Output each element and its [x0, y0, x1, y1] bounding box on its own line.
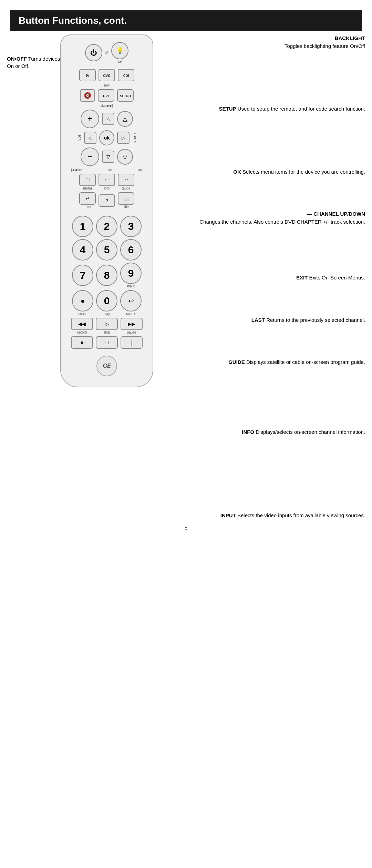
channel-desc: Changes the channels. Also controls DVD …: [157, 218, 365, 226]
dvr-button[interactable]: dvr: [98, 89, 114, 102]
title-button[interactable]: 📖: [118, 192, 134, 205]
channel-down-button[interactable]: ▽: [117, 149, 133, 165]
backlight-button[interactable]: 💡: [111, 42, 128, 59]
remote-row-menu: 📋 menu ↩ info ↩ guide: [67, 174, 146, 190]
title-btn-wrap: 📖 title: [118, 192, 134, 209]
left-annotations: ON•OFF Turns devices On or Off.: [7, 34, 60, 70]
ff-wrap: ▶▶ pause: [121, 318, 143, 334]
enter-btn-wrap: ↵ enter: [79, 192, 96, 209]
play-wrap: ▷ stop: [96, 318, 118, 334]
last-desc: Returns to the previously selected chann…: [265, 317, 365, 323]
menu-btn-wrap: 📋 menu: [79, 174, 96, 190]
guide-desc: Displays satellite or cable on-screen pr…: [245, 359, 365, 365]
ann-input: INPUT Selects the video inputs from avai…: [157, 512, 365, 520]
ok-button[interactable]: ok: [99, 130, 114, 145]
bottom-nav-labels: |◀◀skip exit last: [71, 168, 143, 172]
input-label-ann: INPUT: [220, 512, 236, 518]
guide-btn-wrap: ↩ guide: [118, 174, 134, 190]
ann-backlight: BACKLIGHT Toggles backlighting feature O…: [157, 34, 365, 50]
remote-row-enter: ↵ enter ? 📖 title: [67, 192, 146, 209]
remote-row-transport1: ◀◀ record ▷ stop ▶▶ pause: [67, 318, 146, 334]
aux-label: aux: [67, 83, 146, 87]
exit-button[interactable]: ↩: [99, 174, 115, 186]
ann-ok: OK Selects menu items for the device you…: [157, 168, 365, 176]
ann-guide: GUIDE Displays satellite or cable on-scr…: [157, 358, 365, 366]
indicator-light: [105, 51, 108, 54]
ff-button[interactable]: ▶▶: [121, 318, 143, 330]
exit-desc: Exits On-Screen Menus.: [308, 275, 365, 280]
num-4-button[interactable]: 4: [72, 239, 93, 261]
power-button[interactable]: ⏻: [85, 44, 102, 61]
input-desc: Selects the video inputs from available …: [236, 512, 365, 518]
volume-up-button[interactable]: +: [81, 110, 99, 128]
exit-btn-wrap: ↩ info: [99, 174, 115, 190]
remote-row-source: tv dvd cbl: [67, 69, 146, 81]
on-off-annotation: ON•OFF Turns devices On or Off.: [7, 55, 60, 70]
input-sublabel: input: [127, 284, 135, 288]
scan-plus-wrap: ↩ scan+: [120, 290, 142, 316]
mute-button[interactable]: 🔇: [80, 89, 95, 102]
num-3-button[interactable]: 3: [120, 216, 142, 237]
nav-left-button[interactable]: ◁: [84, 132, 96, 144]
num-0-wrap: 0 play: [96, 290, 117, 316]
num-8-button[interactable]: 8: [96, 265, 117, 286]
last-label-ann: LAST: [251, 317, 265, 323]
exit-label-text: exit: [107, 168, 112, 172]
sat-label: sat: [117, 60, 122, 63]
bulb-icon: 💡: [116, 47, 124, 54]
remote-row-123: 1 2 3: [67, 216, 146, 237]
backlight-button-wrapper: 💡 sat: [111, 42, 128, 63]
ge-logo-button[interactable]: GE: [96, 356, 117, 376]
remote-row-vol-top: + △ △: [67, 110, 146, 128]
question-button[interactable]: ?: [99, 194, 115, 207]
remote-row-transport2: ● □ ‖: [67, 336, 146, 349]
setup-button[interactable]: setup: [117, 89, 134, 102]
dvd-button[interactable]: dvd: [99, 69, 115, 81]
remote-row-789: 7 8 9 input: [67, 263, 146, 288]
nav-right-button[interactable]: ▷: [117, 132, 130, 144]
setup-desc: Used to setup the remote, and for code s…: [236, 106, 365, 112]
volume-down-button[interactable]: −: [81, 147, 99, 166]
num-6-button[interactable]: 6: [120, 239, 142, 261]
channel-up-button[interactable]: △: [117, 111, 133, 127]
ann-setup: SETUP Used to setup the remote, and for …: [157, 105, 365, 113]
num-2-button[interactable]: 2: [96, 216, 117, 237]
nav-up-button[interactable]: △: [102, 113, 114, 125]
num-5-button[interactable]: 5: [96, 239, 117, 261]
ok-desc: Selects menu items for the device you ar…: [241, 169, 365, 175]
remote-body: ⏻ 💡 sat tv dvd cbl aux: [60, 34, 153, 387]
cbl-button[interactable]: cbl: [118, 69, 134, 81]
rewind-wrap: ◀◀ record: [71, 318, 93, 334]
record-button[interactable]: ●: [71, 336, 93, 349]
scan-minus-wrap: ● scan-: [72, 290, 93, 316]
stop-button[interactable]: □: [96, 336, 118, 349]
num-0-button[interactable]: 0: [96, 290, 117, 312]
backlight-desc: Toggles backlighting feature On/Off: [157, 42, 365, 50]
page-header: Button Functions, cont.: [10, 10, 362, 31]
guide-button[interactable]: ↩: [118, 174, 134, 186]
channel-label: CHANNEL UP/DOWN: [313, 211, 365, 217]
guide-label-ann: GUIDE: [228, 359, 245, 365]
scan-minus-button[interactable]: ●: [72, 290, 93, 312]
pause-button[interactable]: ‖: [121, 336, 143, 349]
ann-exit: EXIT Exits On-Screen Menus.: [157, 274, 365, 282]
skip-label-above: skip▶▶|: [67, 104, 146, 108]
num-9-button[interactable]: 9: [120, 263, 142, 284]
ann-info: INFO Displays/selects on-screen channel …: [157, 428, 365, 436]
tv-button[interactable]: tv: [79, 69, 96, 81]
enter-button[interactable]: ↵: [79, 192, 96, 205]
menu-button[interactable]: 📋: [79, 174, 96, 186]
setup-label: SETUP: [219, 106, 236, 112]
remote-row-vol-down: − ▽ ▽: [67, 147, 146, 166]
ann-last: LAST Returns to the previously selected …: [157, 316, 365, 324]
nav-down-button[interactable]: ▽: [102, 151, 114, 163]
play-button[interactable]: ▷: [96, 318, 118, 330]
ge-logo-text: GE: [103, 363, 111, 369]
ok-label: OK: [233, 169, 241, 175]
num-1-button[interactable]: 1: [72, 216, 93, 237]
ann-channel: — CHANNEL UP/DOWN Changes the channels. …: [157, 210, 365, 226]
num-7-button[interactable]: 7: [72, 265, 93, 286]
scan-plus-button[interactable]: ↩: [120, 290, 142, 312]
vol-side-label: vol: [77, 135, 81, 141]
rewind-button[interactable]: ◀◀: [71, 318, 93, 330]
